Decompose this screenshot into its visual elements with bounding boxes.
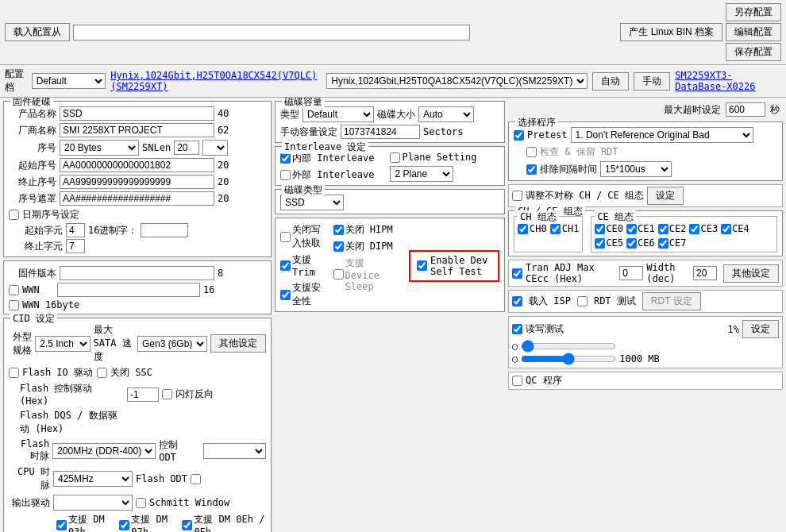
enable-dev-checkbox[interactable] [417, 260, 427, 271]
progress1-slider[interactable] [521, 341, 616, 351]
wwn-input[interactable] [57, 283, 200, 297]
load-isp-checkbox[interactable] [512, 296, 522, 306]
other-settings-cid-button[interactable]: 其他设定 [210, 334, 266, 353]
ch0-checkbox[interactable] [518, 224, 528, 234]
cpu-clk-select[interactable]: 425MHz [53, 471, 133, 487]
interval-select[interactable]: 15*100us [600, 161, 672, 177]
snlen-select[interactable] [202, 140, 228, 156]
ch1-checkbox[interactable] [550, 224, 561, 234]
manual-button[interactable]: 手动 [634, 72, 670, 91]
manual-cap-input[interactable] [341, 125, 420, 139]
end-serial-input[interactable] [60, 175, 214, 189]
read-write-checkbox[interactable] [512, 324, 522, 334]
rdt-test-checkbox[interactable] [577, 296, 588, 306]
db-link[interactable]: SM2259XT3-DataBase-X0226 [675, 70, 781, 92]
width-input[interactable] [693, 266, 717, 280]
date-serial-checkbox[interactable] [9, 210, 19, 220]
adjust-checkbox[interactable] [512, 191, 522, 201]
tran-adj-label: Tran ADJ Max CEcc (Hex) [526, 262, 616, 284]
dm03-checkbox[interactable] [56, 520, 67, 530]
progress2-slider[interactable] [521, 354, 616, 364]
dm07-checkbox[interactable] [119, 520, 129, 530]
ch0-label: CH0 [530, 223, 547, 234]
inner-interleave-checkbox[interactable] [280, 153, 291, 164]
check-rdt-checkbox[interactable] [526, 147, 537, 157]
flash-clk-select[interactable]: 200MHz (DDR-400) [52, 443, 156, 459]
save-as-button[interactable]: 另存配置 [726, 3, 781, 21]
dm07-label: 支援 DM 07h [131, 513, 175, 532]
vendor-input[interactable] [60, 123, 214, 137]
output-drv-select[interactable] [53, 495, 133, 511]
flash-link[interactable]: Hynix,1024Gbit,H25T0QA18CX542(V7QLC)(SM2… [110, 70, 317, 92]
end-char-label: 终止字元 [25, 240, 63, 253]
hdd-group: 固件硬碟 产品名称 40 厂商名称 62 序号 20 Bytes [3, 101, 272, 257]
serial-mask-input[interactable] [60, 191, 214, 206]
ce0-checkbox[interactable] [595, 224, 605, 234]
ce1-label: CE1 [638, 223, 655, 234]
load-config-input[interactable] [73, 25, 470, 40]
hipm-checkbox[interactable] [333, 225, 344, 235]
read-write-label: 读写测试 [526, 322, 564, 336]
ce1-checkbox[interactable] [626, 224, 637, 234]
trim-checkbox[interactable] [280, 260, 291, 271]
sata-label: 最大 SATA 速度 [94, 323, 134, 364]
fast-write-checkbox[interactable] [280, 232, 291, 242]
ce2-checkbox[interactable] [658, 224, 668, 234]
gen-linux-button[interactable]: 产生 Linux BIN 档案 [620, 23, 722, 41]
remove-interval-checkbox[interactable] [526, 164, 537, 175]
wwn16-checkbox[interactable] [9, 300, 19, 310]
ce7-checkbox[interactable] [658, 238, 668, 249]
blink-label: 闪灯反向 [175, 387, 214, 401]
disk-type-title: 磁碟类型 [282, 183, 325, 197]
qc-checkbox[interactable] [512, 376, 522, 386]
fw-version-input[interactable] [60, 266, 214, 280]
blink-checkbox[interactable] [162, 389, 172, 399]
dm0e-checkbox[interactable] [182, 520, 192, 530]
start-char-input[interactable] [66, 223, 85, 237]
flash-odt-checkbox[interactable] [191, 474, 201, 484]
form-factor-select[interactable]: 2.5 Inch [35, 336, 90, 352]
type-select[interactable]: Default [302, 106, 374, 122]
sata-select[interactable]: Gen3 (6Gb) [137, 336, 207, 352]
adjust-button[interactable]: 设定 [647, 187, 684, 205]
tran-adj-checkbox[interactable] [512, 268, 522, 279]
size-select[interactable]: Auto [418, 106, 474, 122]
pretest-checkbox[interactable] [514, 130, 524, 141]
dipm-checkbox[interactable] [333, 241, 344, 252]
device-sleep-checkbox[interactable] [333, 269, 344, 279]
pretest-select[interactable]: 1. Don't Reference Original Bad [571, 127, 753, 143]
ce6-checkbox[interactable] [626, 238, 637, 249]
schmitt-checkbox[interactable] [136, 498, 146, 508]
snlen-input[interactable] [174, 141, 199, 155]
rdt-set-button[interactable]: RDT 设定 [642, 292, 701, 310]
timeout-input[interactable] [726, 102, 765, 117]
hex-input[interactable] [141, 223, 188, 237]
ce5-checkbox[interactable] [595, 238, 605, 249]
auto-button[interactable]: 自动 [592, 72, 629, 91]
edit-config-button[interactable]: 编辑配置 [726, 23, 781, 41]
ctrl-odt-select[interactable] [203, 443, 266, 459]
other-settings-right-button[interactable]: 其他设定 [723, 264, 779, 283]
set-button[interactable]: 设定 [742, 320, 779, 338]
serial-select[interactable]: 20 Bytes [60, 140, 139, 156]
flash-ctrl-input[interactable] [127, 387, 159, 402]
outer-interleave-checkbox[interactable] [280, 170, 291, 180]
save-config-button[interactable]: 保存配置 [726, 43, 781, 61]
plane-select[interactable]: 2 Plane [390, 166, 453, 182]
safety-checkbox[interactable] [280, 290, 291, 300]
ce4-checkbox[interactable] [721, 224, 731, 234]
tran-adj-input[interactable] [619, 266, 643, 280]
plane-setting-checkbox[interactable] [390, 152, 400, 163]
disk-type-select[interactable]: SSD [280, 195, 344, 210]
progress2-value: 1000 MB [619, 353, 660, 364]
wwn-checkbox[interactable] [9, 285, 19, 295]
end-char-input[interactable] [66, 239, 85, 253]
load-config-button[interactable]: 载入配置从 [5, 23, 70, 41]
start-serial-input[interactable] [60, 158, 214, 172]
product-input[interactable] [60, 106, 214, 121]
flash-select[interactable]: Hynix,1024Gbit,H25T0QA18CX542(V7QLC)(SM2… [326, 73, 588, 89]
ce3-checkbox[interactable] [689, 224, 699, 234]
pei-select[interactable]: Default [32, 73, 106, 89]
ssc-checkbox[interactable] [97, 368, 107, 378]
flash-io-checkbox[interactable] [9, 368, 19, 378]
